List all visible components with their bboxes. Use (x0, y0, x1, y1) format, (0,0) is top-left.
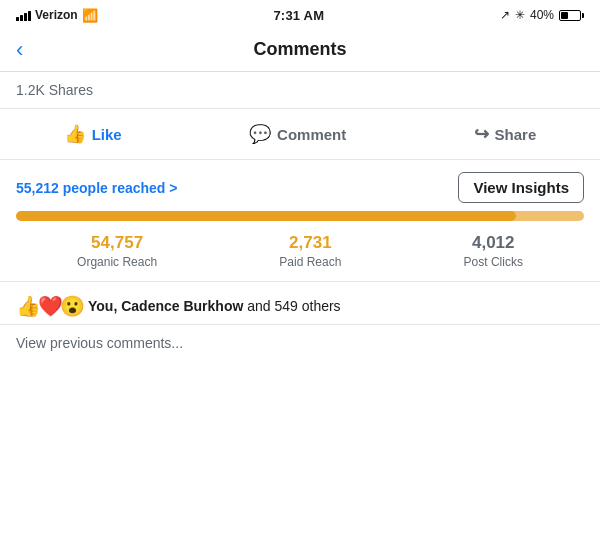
signal-bars-icon (16, 9, 31, 21)
status-right: ↗ ✳ 40% (500, 8, 584, 22)
share-icon: ↪ (474, 123, 489, 145)
organic-reach-value: 54,757 (77, 233, 157, 253)
carrier-label: Verizon (35, 8, 78, 22)
view-previous-comments[interactable]: View previous comments... (0, 325, 600, 361)
battery-icon (559, 10, 584, 21)
status-time: 7:31 AM (273, 8, 324, 23)
reactions-row: 👍❤️😮 You, Cadence Burkhow and 549 others (16, 294, 584, 318)
post-clicks-label: Post Clicks (464, 255, 523, 269)
insights-top: 55,212 people reached > View Insights (16, 172, 584, 203)
status-left: Verizon 📶 (16, 8, 98, 23)
battery-fill (561, 12, 568, 19)
post-clicks-stat: 4,012 Post Clicks (464, 233, 523, 269)
share-button[interactable]: ↪ Share (458, 115, 553, 153)
insights-section: 55,212 people reached > View Insights 54… (0, 160, 600, 282)
action-row: 👍 Like 💬 Comment ↪ Share (0, 109, 600, 160)
nav-header: ‹ Comments (0, 28, 600, 72)
battery-percent-label: 40% (530, 8, 554, 22)
like-label: Like (92, 126, 122, 143)
organic-reach-stat: 54,757 Organic Reach (77, 233, 157, 269)
signal-bar-4 (28, 11, 31, 21)
battery-body (559, 10, 581, 21)
stats-row: 54,757 Organic Reach 2,731 Paid Reach 4,… (16, 233, 584, 273)
reach-progress-bar (16, 211, 584, 221)
paid-reach-value: 2,731 (279, 233, 341, 253)
shares-bar: 1.2K Shares (0, 72, 600, 109)
signal-bar-2 (20, 15, 23, 21)
battery-tip (582, 13, 584, 18)
paid-reach-stat: 2,731 Paid Reach (279, 233, 341, 269)
reach-progress-fill (16, 211, 516, 221)
reactions-section: 👍❤️😮 You, Cadence Burkhow and 549 others (0, 282, 600, 325)
like-icon: 👍 (64, 123, 86, 145)
page-title: Comments (253, 39, 346, 60)
comment-label: Comment (277, 126, 346, 143)
bluetooth-icon: ✳ (515, 8, 525, 22)
wifi-icon: 📶 (82, 8, 98, 23)
share-label: Share (495, 126, 537, 143)
signal-bar-3 (24, 13, 27, 21)
post-clicks-value: 4,012 (464, 233, 523, 253)
view-insights-button[interactable]: View Insights (458, 172, 584, 203)
comment-icon: 💬 (249, 123, 271, 145)
shares-label: 1.2K Shares (16, 82, 93, 98)
location-icon: ↗ (500, 8, 510, 22)
reactions-text: You, Cadence Burkhow and 549 others (88, 298, 341, 314)
people-reached-label[interactable]: 55,212 people reached > (16, 180, 177, 196)
back-button[interactable]: ‹ (16, 39, 23, 61)
comment-button[interactable]: 💬 Comment (233, 115, 362, 153)
paid-reach-label: Paid Reach (279, 255, 341, 269)
organic-reach-label: Organic Reach (77, 255, 157, 269)
like-button[interactable]: 👍 Like (48, 115, 138, 153)
signal-bar-1 (16, 17, 19, 21)
status-bar: Verizon 📶 7:31 AM ↗ ✳ 40% (0, 0, 600, 28)
reaction-emojis: 👍❤️😮 (16, 294, 82, 318)
